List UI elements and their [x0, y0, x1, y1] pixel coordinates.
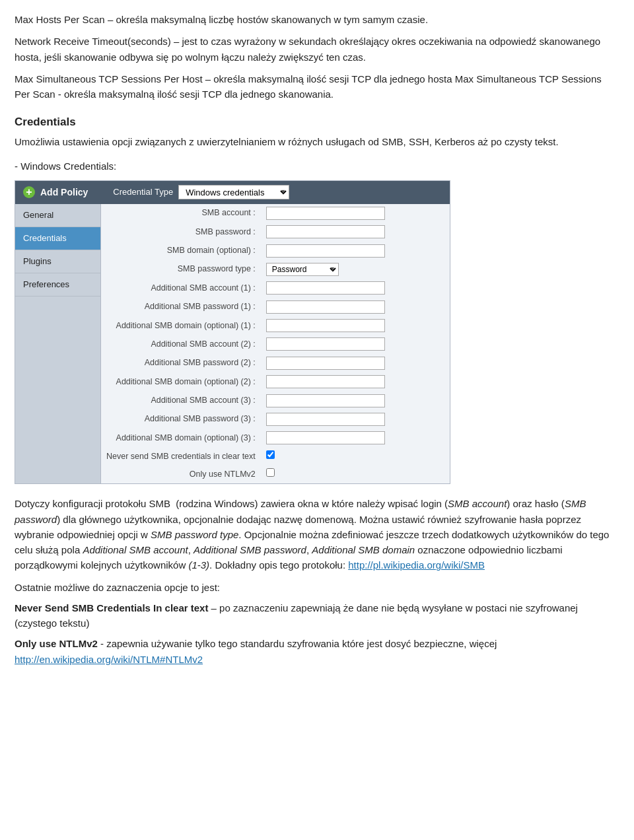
smb-form-table: SMB account : SMB password : — [101, 204, 450, 484]
never-send-smb-label: Never send SMB credentials in clear text — [101, 448, 261, 466]
additional-smb-account-1-cell — [261, 279, 450, 297]
additional-smb-domain-italic: Additional SMB domain — [312, 544, 415, 555]
smb-domain-input[interactable] — [266, 244, 385, 258]
never-send-smb-checkbox[interactable] — [266, 450, 275, 459]
paragraph-tcp-sessions: Max Simultaneous TCP Sessions Per Host –… — [15, 71, 619, 102]
smb-password-type-select-wrapper[interactable]: Password Hash Kerberos — [266, 263, 339, 276]
additional-smb-account-2-label: Additional SMB account (2) : — [101, 335, 261, 353]
last-section-intro: Ostatnie możliwe do zaznaczenia opcje to… — [15, 580, 619, 595]
additional-smb-password-3-input[interactable] — [266, 413, 385, 426]
smb-desc-paragraph: Dotyczy konfiguracji protokołu SMB (rodz… — [15, 496, 619, 573]
field-smb-account: SMB account : — [101, 204, 450, 223]
field-additional-smb-account-2: Additional SMB account (2) : — [101, 335, 450, 353]
additional-smb-password-1-input[interactable] — [266, 300, 385, 314]
field-smb-password: SMB password : — [101, 223, 450, 241]
field-smb-password-type: SMB password type : Password Hash Kerber… — [101, 260, 450, 279]
additional-smb-account-1-label: Additional SMB account (1) : — [101, 279, 261, 297]
additional-smb-password-2-input[interactable] — [266, 357, 385, 370]
additional-smb-account-3-label: Additional SMB account (3) : — [101, 392, 261, 410]
max-hosts-text: Max Hosts Per Scan – określa maksymalną … — [15, 14, 428, 25]
ntlmv2-description: Only use NTLMv2 - zapewnia używanie tylk… — [15, 636, 619, 667]
smb-account-input-cell — [261, 204, 450, 223]
sidebar-item-preferences[interactable]: Preferences — [15, 273, 100, 297]
form-inner: SMB account : SMB password : — [101, 204, 450, 484]
plus-icon: + — [23, 186, 35, 198]
add-policy-header: + Add Policy Credential Type Windows cre… — [15, 181, 450, 204]
additional-smb-account-2-input[interactable] — [266, 337, 385, 351]
paragraph-network-timeout: Network Receive Timeout(seconds) – jest … — [15, 34, 619, 65]
field-additional-smb-password-2: Additional SMB password (2) : — [101, 354, 450, 372]
credentials-form: SMB account : SMB password : — [101, 204, 450, 484]
never-send-description: Never Send SMB Credentials In clear text… — [15, 600, 619, 631]
smb-account-input[interactable] — [266, 207, 385, 220]
only-ntlmv2-cell — [261, 466, 450, 483]
credentials-heading: Credentials — [15, 114, 619, 131]
smb-account-italic: SMB account — [448, 498, 507, 509]
policy-sidebar: General Credentials Plugins Preferences — [15, 204, 101, 484]
windows-credentials-label: - Windows Credentials: — [15, 158, 619, 174]
never-send-smb-cell — [261, 448, 450, 466]
additional-smb-account-3-cell — [261, 392, 450, 410]
additional-smb-password-3-label: Additional SMB password (3) : — [101, 410, 261, 429]
additional-smb-domain-1-label: Additional SMB domain (optional) (1) : — [101, 316, 261, 335]
field-additional-smb-domain-1: Additional SMB domain (optional) (1) : — [101, 316, 450, 335]
credential-type-label: Credential Type — [113, 186, 173, 199]
field-additional-smb-domain-2: Additional SMB domain (optional) (2) : — [101, 372, 450, 391]
smb-password-label: SMB password : — [101, 223, 261, 241]
smb-domain-input-cell — [261, 242, 450, 260]
additional-smb-password-italic: Additional SMB password — [194, 544, 306, 555]
page-wrapper: Max Hosts Per Scan – określa maksymalną … — [15, 12, 619, 667]
field-additional-smb-password-1: Additional SMB password (1) : — [101, 298, 450, 316]
additional-smb-domain-3-cell — [261, 429, 450, 447]
field-additional-smb-account-3: Additional SMB account (3) : — [101, 392, 450, 410]
smb-password-type-cell: Password Hash Kerberos — [261, 260, 450, 279]
credential-type-select[interactable]: Windows credentials SSH Kerberos Clearte… — [178, 185, 289, 199]
only-ntlmv2-checkbox[interactable] — [266, 468, 275, 477]
ntlmv2-desc-text: - zapewnia używanie tylko tego standardu… — [98, 638, 497, 649]
add-policy-body: General Credentials Plugins Preferences … — [15, 204, 450, 484]
last-section: Ostatnie możliwe do zaznaczenia opcje to… — [15, 580, 619, 667]
additional-smb-domain-2-input[interactable] — [266, 375, 385, 388]
additional-smb-domain-1-cell — [261, 316, 450, 335]
sidebar-item-credentials[interactable]: Credentials — [15, 227, 100, 250]
field-only-ntlmv2: Only use NTLMv2 — [101, 466, 450, 483]
sidebar-item-plugins[interactable]: Plugins — [15, 250, 100, 273]
additional-smb-domain-1-input[interactable] — [266, 319, 385, 332]
additional-smb-password-3-cell — [261, 410, 450, 429]
additional-smb-password-1-label: Additional SMB password (1) : — [101, 298, 261, 316]
network-timeout-text: Network Receive Timeout(seconds) – jest … — [15, 36, 600, 62]
additional-smb-account-1-input[interactable] — [266, 281, 385, 295]
only-ntlmv2-label: Only use NTLMv2 — [101, 466, 261, 483]
smb-wiki-link[interactable]: http://pl.wikipedia.org/wiki/SMB — [348, 559, 485, 571]
additional-smb-domain-3-input[interactable] — [266, 431, 385, 444]
additional-smb-domain-2-label: Additional SMB domain (optional) (2) : — [101, 372, 261, 391]
additional-smb-account-3-input[interactable] — [266, 394, 385, 407]
field-additional-smb-domain-3: Additional SMB domain (optional) (3) : — [101, 429, 450, 447]
smb-description: Dotyczy konfiguracji protokołu SMB (rodz… — [15, 496, 619, 573]
never-send-bold: Never Send SMB Credentials In clear text — [15, 602, 208, 613]
additional-smb-account-italic: Additional SMB account — [83, 544, 188, 555]
smb-domain-label: SMB domain (optional) : — [101, 242, 261, 260]
smb-password-type-select[interactable]: Password Hash Kerberos — [266, 263, 339, 276]
additional-smb-domain-2-cell — [261, 372, 450, 391]
field-additional-smb-account-1: Additional SMB account (1) : — [101, 279, 450, 297]
add-policy-panel: + Add Policy Credential Type Windows cre… — [15, 180, 450, 484]
additional-smb-password-2-label: Additional SMB password (2) : — [101, 354, 261, 372]
tcp-sessions-text: Max Simultaneous TCP Sessions Per Host –… — [15, 73, 602, 100]
smb-password-input[interactable] — [266, 225, 385, 238]
credential-type-select-wrapper[interactable]: Windows credentials SSH Kerberos Clearte… — [178, 185, 289, 200]
add-policy-title: Add Policy — [40, 186, 88, 200]
smb-account-label: SMB account : — [101, 204, 261, 223]
ntlm-wiki-link[interactable]: http://en.wikipedia.org/wiki/NTLM#NTLMv2 — [15, 654, 203, 665]
additional-smb-domain-3-label: Additional SMB domain (optional) (3) : — [101, 429, 261, 447]
additional-smb-password-2-cell — [261, 354, 450, 372]
field-smb-domain: SMB domain (optional) : — [101, 242, 450, 260]
paragraph-max-hosts: Max Hosts Per Scan – określa maksymalną … — [15, 12, 619, 27]
field-additional-smb-password-3: Additional SMB password (3) : — [101, 410, 450, 429]
additional-smb-password-1-cell — [261, 298, 450, 316]
sidebar-item-general[interactable]: General — [15, 204, 100, 227]
user-numbers-italic: (1-3) — [188, 559, 209, 571]
smb-password-input-cell — [261, 223, 450, 241]
field-never-send-smb: Never send SMB credentials in clear text — [101, 448, 450, 466]
additional-smb-account-2-cell — [261, 335, 450, 353]
